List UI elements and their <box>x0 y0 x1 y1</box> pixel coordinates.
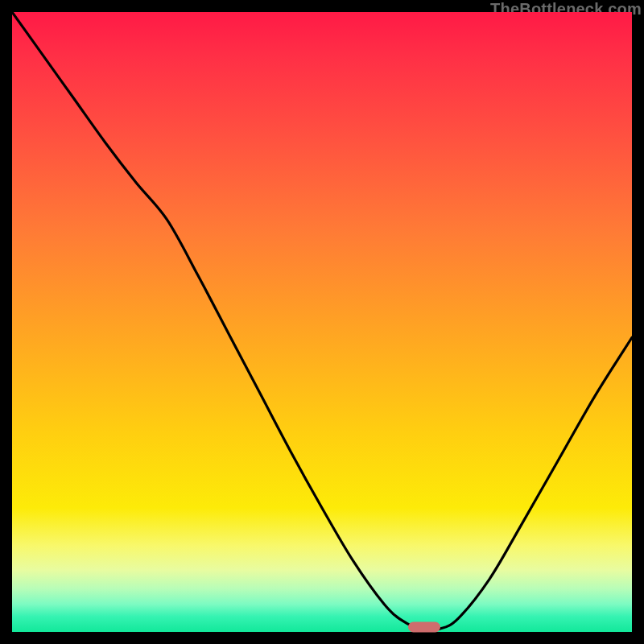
plot-area <box>12 12 632 632</box>
curve-layer <box>12 12 632 632</box>
bottleneck-curve <box>12 12 632 630</box>
chart-container <box>12 12 632 632</box>
optimal-marker <box>408 621 440 632</box>
